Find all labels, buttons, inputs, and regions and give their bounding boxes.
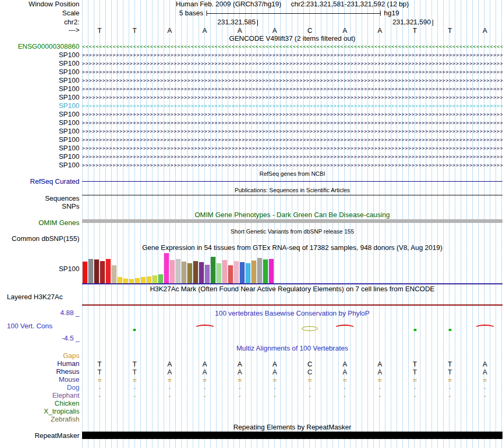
gene-strand-arrows[interactable]: >>>>>>>>>>>>>>>>>>>>>>>>>>>>>>>>>>>>>>>>… (82, 85, 502, 93)
dbsnp-label[interactable]: Common dbSNP(155) (0, 235, 79, 243)
gtex-expression-bar[interactable] (193, 261, 198, 283)
gtex-expression-bar[interactable] (205, 265, 210, 283)
gene-row-label[interactable]: SP100 (0, 145, 79, 152)
h3k27ac-label[interactable]: Layered H3K27Ac (7, 293, 63, 301)
omim-genes-label[interactable]: OMIM Genes (0, 219, 79, 227)
gene-strand-arrows[interactable]: >>>>>>>>>>>>>>>>>>>>>>>>>>>>>>>>>>>>>>>>… (82, 60, 502, 67)
gene-strand-arrows[interactable]: >>>>>>>>>>>>>>>>>>>>>>>>>>>>>>>>>>>>>>>>… (82, 153, 502, 160)
repeatmasker-track-header[interactable]: Repeating Elements by RepeatMasker (82, 424, 502, 431)
gtex-expression-bar[interactable] (147, 276, 151, 283)
gene-row-label[interactable]: SP100 (0, 162, 79, 169)
species-label-elephant[interactable]: Elephant (0, 392, 79, 399)
gencode-track-header[interactable]: GENCODE V49lift37 (2 items filtered out) (82, 35, 502, 42)
gene-strand-arrows[interactable]: >>>>>>>>>>>>>>>>>>>>>>>>>>>>>>>>>>>>>>>>… (82, 102, 502, 110)
gtex-expression-bar[interactable] (106, 259, 111, 283)
gtex-expression-bar[interactable] (269, 259, 274, 283)
species-label-gaps[interactable]: Gaps (0, 352, 79, 360)
alignment-base: - (309, 384, 311, 392)
gtex-expression-bar[interactable] (176, 259, 181, 283)
publications-track-header[interactable]: Publications: Sequences in Scientific Ar… (82, 186, 502, 194)
gene-row-label[interactable]: SP100 (0, 77, 79, 84)
species-label-mouse[interactable]: Mouse (0, 376, 79, 383)
gtex-expression-bar[interactable] (94, 259, 99, 283)
gtex-track-header[interactable]: Gene Expression in 54 tissues from GTEx … (82, 244, 502, 252)
gtex-expression-bar[interactable] (83, 262, 87, 283)
gtex-gene-label[interactable]: SP100 (0, 265, 79, 273)
gene-strand-arrows[interactable]: >>>>>>>>>>>>>>>>>>>>>>>>>>>>>>>>>>>>>>>>… (82, 119, 502, 127)
gene-strand-arrows[interactable]: <<<<<<<<<<<<<<<<<<<<<<<<<<<<<<<<<<<<<<<<… (82, 43, 502, 50)
gene-row-label[interactable]: SP100 (0, 136, 79, 144)
species-label-human[interactable]: Human (0, 360, 79, 368)
gtex-expression-bar[interactable] (118, 277, 122, 283)
gene-row-label[interactable]: ENSG00000308860 (0, 43, 79, 50)
gene-row-label[interactable]: SP100 (0, 85, 79, 93)
gtex-expression-bar[interactable] (211, 257, 215, 283)
repeatmasker-label[interactable]: RepeatMasker (0, 432, 79, 440)
conservation-label[interactable]: 100 Vert. Cons (7, 322, 52, 330)
gene-row-label[interactable]: SP100 (0, 60, 79, 67)
gene-strand-arrows[interactable]: >>>>>>>>>>>>>>>>>>>>>>>>>>>>>>>>>>>>>>>>… (82, 94, 502, 101)
gtex-expression-bar[interactable] (123, 279, 128, 283)
alignment-base: - (344, 384, 346, 392)
refseq-curated-track[interactable] (82, 181, 502, 182)
gtex-expression-bar[interactable] (129, 279, 134, 283)
conservation-track[interactable] (82, 322, 502, 340)
species-label-dog[interactable]: Dog (0, 384, 79, 391)
gtex-expression-bar[interactable] (164, 253, 169, 283)
gtex-expression-bar[interactable] (252, 261, 256, 283)
gtex-expression-bar[interactable] (240, 262, 245, 283)
gtex-expression-bar[interactable] (263, 259, 268, 283)
repeatmasker-track[interactable] (82, 432, 502, 439)
gene-strand-arrows[interactable]: >>>>>>>>>>>>>>>>>>>>>>>>>>>>>>>>>>>>>>>>… (82, 136, 502, 144)
dbsnp-track-header[interactable]: Short Genetic Variants from dbSNP releas… (82, 228, 502, 235)
gene-strand-arrows[interactable]: >>>>>>>>>>>>>>>>>>>>>>>>>>>>>>>>>>>>>>>>… (82, 111, 502, 118)
gene-strand-arrows[interactable]: >>>>>>>>>>>>>>>>>>>>>>>>>>>>>>>>>>>>>>>>… (82, 77, 502, 84)
gene-row-label[interactable]: SP100 (0, 94, 79, 101)
gtex-expression-bar[interactable] (135, 278, 140, 283)
gtex-expression-bar[interactable] (170, 260, 175, 283)
species-label-rhesus[interactable]: Rhesus (0, 368, 79, 375)
gtex-expression-bar[interactable] (199, 262, 204, 283)
omim-track-header[interactable]: OMIM Gene Phenotypes - Dark Green Can Be… (82, 211, 502, 219)
h3k27ac-track[interactable] (82, 304, 502, 306)
gene-strand-arrows[interactable]: >>>>>>>>>>>>>>>>>>>>>>>>>>>>>>>>>>>>>>>>… (82, 68, 502, 76)
gtex-expression-bar[interactable] (158, 274, 163, 283)
gtex-expression-bar[interactable] (217, 263, 221, 283)
refseq-track-header[interactable]: RefSeq genes from NCBI (82, 170, 502, 177)
gene-row-label[interactable]: SP100 (0, 119, 79, 127)
gtex-expression-bar[interactable] (112, 265, 116, 283)
h3k27ac-track-header[interactable]: H3K27Ac Mark (Often Found Near Active Re… (82, 285, 502, 293)
gene-strand-arrows[interactable]: >>>>>>>>>>>>>>>>>>>>>>>>>>>>>>>>>>>>>>>>… (82, 128, 502, 135)
gene-strand-arrows[interactable]: >>>>>>>>>>>>>>>>>>>>>>>>>>>>>>>>>>>>>>>>… (82, 162, 502, 169)
gene-row-label[interactable]: SP100 (0, 153, 79, 160)
multiz-track-header[interactable]: Multiz Alignments of 100 Vertebrates (82, 345, 502, 352)
gtex-expression-bar[interactable] (257, 258, 262, 283)
gene-row-label[interactable]: SP100 (0, 111, 79, 118)
sequences-track[interactable] (82, 195, 502, 195)
gtex-expression-bar[interactable] (152, 275, 157, 283)
gtex-expression-bar[interactable] (141, 277, 146, 283)
snps-label[interactable]: SNPs (0, 203, 79, 210)
gtex-expression-bar[interactable] (228, 265, 233, 283)
gene-row-label[interactable]: SP100 (0, 128, 79, 135)
gtex-expression-bar[interactable] (187, 263, 192, 283)
refseq-curated-label[interactable]: RefSeq Curated (0, 178, 79, 185)
gene-strand-arrows[interactable]: >>>>>>>>>>>>>>>>>>>>>>>>>>>>>>>>>>>>>>>>… (82, 51, 502, 59)
gtex-expression-bar[interactable] (100, 261, 105, 283)
gene-strand-arrows[interactable]: >>>>>>>>>>>>>>>>>>>>>>>>>>>>>>>>>>>>>>>>… (82, 145, 502, 152)
gene-row-label[interactable]: SP100 (0, 102, 79, 110)
gtex-expression-bar[interactable] (182, 262, 186, 283)
species-label-zebrafish[interactable]: Zebrafish (0, 416, 79, 423)
species-label-chicken[interactable]: Chicken (0, 400, 79, 407)
gtex-expression-bar[interactable] (246, 263, 250, 283)
conservation-track-header[interactable]: 100 vertebrates Basewise Conservation by… (82, 310, 502, 317)
gene-row-label[interactable]: SP100 (0, 68, 79, 76)
gtex-expression-bar[interactable] (234, 261, 239, 283)
gene-row-label[interactable]: SP100 (0, 51, 79, 59)
gtex-expression-bar[interactable] (222, 260, 227, 283)
species-label-x-tropicalis[interactable]: X_tropicalis (0, 408, 79, 415)
gtex-expression-bar[interactable] (88, 259, 93, 283)
gtex-gene-model[interactable] (82, 283, 502, 284)
omim-genes-track[interactable] (82, 219, 502, 223)
sequences-label[interactable]: Sequences (0, 195, 79, 202)
